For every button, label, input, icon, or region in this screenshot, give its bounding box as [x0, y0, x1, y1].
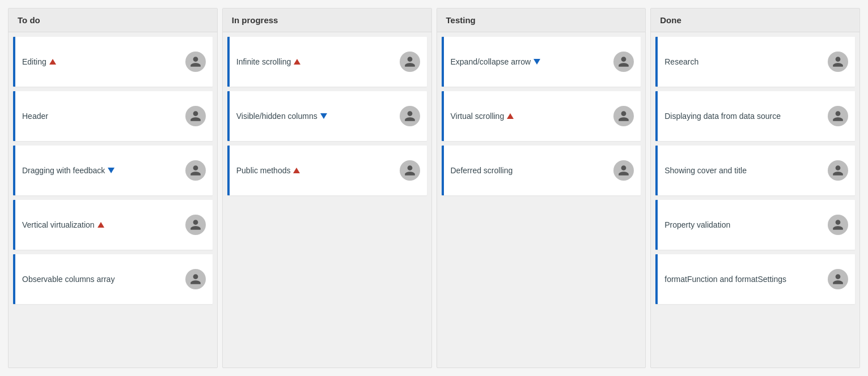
card-expand-collapse[interactable]: Expand/collapse arrow: [442, 37, 641, 87]
avatar: [185, 52, 206, 72]
card-title-public-methods: Public methods: [236, 166, 300, 175]
card-research[interactable]: Research: [655, 37, 855, 87]
column-header-testing: Testing: [437, 8, 646, 32]
card-editing[interactable]: Editing: [13, 37, 213, 87]
card-header[interactable]: Header: [13, 91, 213, 141]
triangle-up-icon: [294, 59, 300, 65]
triangle-up-icon: [507, 113, 514, 119]
card-title-format-function: formatFunction and formatSettings: [664, 275, 786, 284]
triangle-up-icon: [293, 168, 300, 173]
card-deferred-scrolling[interactable]: Deferred scrolling: [442, 146, 641, 195]
triangle-down-icon: [108, 168, 115, 173]
card-format-function[interactable]: formatFunction and formatSettings: [655, 254, 855, 304]
column-header-done: Done: [651, 8, 859, 32]
card-property-validation[interactable]: Property validation: [655, 200, 855, 250]
kanban-board: To doEditing Header Dragging with feedba…: [0, 0, 868, 376]
card-title-expand-collapse: Expand/collapse arrow: [451, 57, 541, 66]
card-title-property-validation: Property validation: [664, 220, 730, 229]
avatar: [185, 269, 206, 289]
card-title-deferred-scrolling: Deferred scrolling: [451, 166, 513, 175]
column-in-progress: In progressInfinite scrolling Visible/hi…: [222, 8, 432, 368]
column-header-todo: To do: [9, 8, 217, 32]
card-title-virtual-scrolling: Virtual scrolling: [451, 112, 514, 121]
card-title-observable-columns: Observable columns array: [22, 275, 115, 284]
column-testing: TestingExpand/collapse arrow Virtual scr…: [437, 8, 646, 368]
column-body-done: Research Displaying data from data sourc…: [651, 37, 859, 304]
avatar: [185, 106, 206, 126]
column-done: DoneResearch Displaying data from data s…: [650, 8, 860, 368]
avatar: [828, 106, 848, 126]
triangle-up-icon: [98, 222, 104, 228]
card-showing-cover[interactable]: Showing cover and title: [655, 146, 855, 195]
avatar: [185, 215, 206, 235]
card-observable-columns[interactable]: Observable columns array: [13, 254, 213, 304]
avatar: [828, 215, 848, 235]
card-virtual-scrolling[interactable]: Virtual scrolling: [442, 91, 641, 141]
card-public-methods[interactable]: Public methods: [227, 146, 427, 195]
avatar: [828, 160, 848, 181]
triangle-up-icon: [49, 59, 56, 65]
card-infinite-scrolling[interactable]: Infinite scrolling: [227, 37, 427, 87]
avatar: [828, 269, 848, 289]
card-visible-hidden[interactable]: Visible/hidden columns: [227, 91, 427, 141]
avatar: [400, 52, 420, 72]
column-body-in-progress: Infinite scrolling Visible/hidden column…: [223, 37, 431, 195]
avatar: [613, 106, 634, 126]
triangle-down-icon: [320, 113, 327, 119]
card-title-vertical-virtualization: Vertical virtualization: [22, 220, 104, 229]
avatar: [400, 160, 420, 181]
avatar: [828, 52, 848, 72]
card-title-showing-cover: Showing cover and title: [664, 166, 747, 175]
card-vertical-virtualization[interactable]: Vertical virtualization: [13, 200, 213, 250]
column-todo: To doEditing Header Dragging with feedba…: [8, 8, 218, 368]
card-title-dragging: Dragging with feedback: [22, 166, 115, 175]
card-title-displaying-data: Displaying data from data source: [664, 112, 781, 121]
column-header-in-progress: In progress: [223, 8, 431, 32]
column-body-testing: Expand/collapse arrow Virtual scrolling …: [437, 37, 646, 195]
triangle-down-icon: [533, 59, 540, 65]
card-title-editing: Editing: [22, 57, 56, 66]
avatar: [185, 160, 206, 181]
avatar: [613, 52, 634, 72]
card-title-infinite-scrolling: Infinite scrolling: [236, 57, 301, 66]
column-body-todo: Editing Header Dragging with feedback Ve…: [9, 37, 217, 304]
card-title-research: Research: [664, 57, 698, 66]
card-title-header: Header: [22, 112, 48, 121]
avatar: [400, 106, 420, 126]
card-title-visible-hidden: Visible/hidden columns: [236, 112, 327, 121]
card-displaying-data[interactable]: Displaying data from data source: [655, 91, 855, 141]
avatar: [613, 160, 634, 181]
card-dragging[interactable]: Dragging with feedback: [13, 146, 213, 195]
